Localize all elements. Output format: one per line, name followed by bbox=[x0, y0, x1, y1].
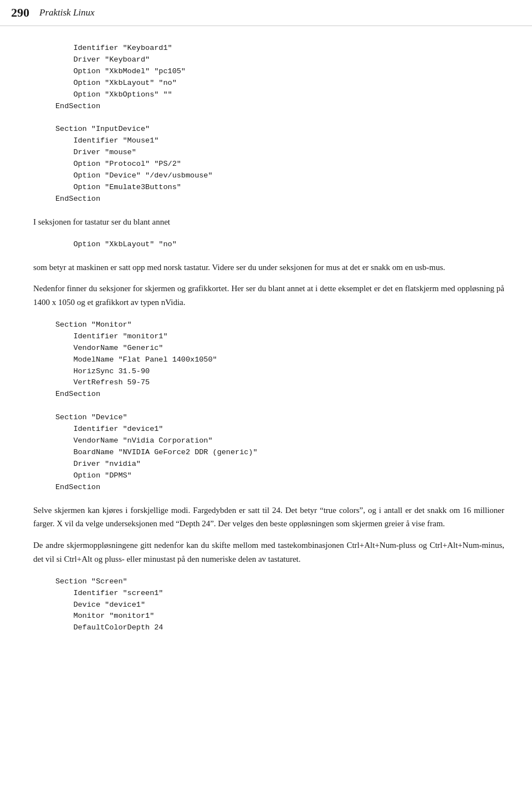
page-title: Praktisk Linux bbox=[39, 7, 95, 18]
prose-3: Nedenfor finner du seksjoner for skjerme… bbox=[33, 282, 504, 309]
code-block-1: Identifier "Keyboard1" Driver "Keyboard"… bbox=[55, 43, 504, 205]
page-container: 290 Praktisk Linux Identifier "Keyboard1… bbox=[0, 0, 532, 803]
prose-4: Selve skjermen kan kjøres i forskjellige… bbox=[33, 504, 504, 531]
page-header: 290 Praktisk Linux bbox=[0, 0, 532, 26]
code-block-3: Section "Monitor" Identifier "monitor1" … bbox=[55, 319, 504, 494]
page-number: 290 bbox=[11, 6, 29, 20]
code-block-4: Section "Screen" Identifier "screen1" De… bbox=[55, 576, 504, 634]
prose-2: som betyr at maskinen er satt opp med no… bbox=[33, 261, 504, 275]
code-block-2: Option "XkbLayout" "no" bbox=[55, 239, 504, 251]
prose-5: De andre skjermoppløsningene gitt nedenf… bbox=[33, 538, 504, 566]
main-content: Identifier "Keyboard1" Driver "Keyboard"… bbox=[0, 43, 532, 666]
prose-1: I seksjonen for tastatur ser du blant an… bbox=[33, 215, 504, 229]
